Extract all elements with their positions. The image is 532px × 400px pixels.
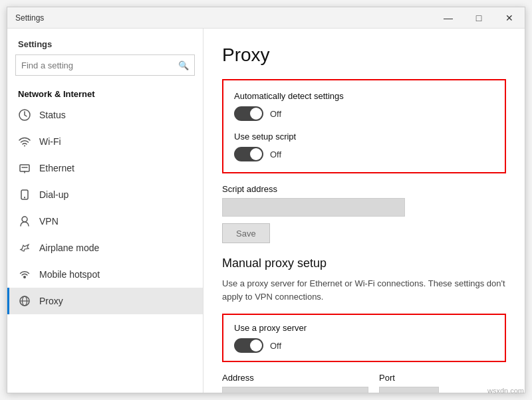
use-proxy-label: Use a proxy server [234, 323, 494, 333]
sidebar-item-dialup[interactable]: Dial-up [7, 181, 203, 208]
sidebar-item-vpn-label: VPN [39, 216, 59, 227]
page-title: Proxy [222, 45, 506, 66]
hotspot-icon [18, 268, 31, 281]
save-button[interactable]: Save [222, 223, 270, 243]
use-proxy-toggle-row: Off [234, 338, 494, 353]
setup-script-toggle-row: Off [234, 147, 494, 161]
airplane-icon [18, 241, 31, 254]
close-button[interactable]: ✕ [494, 7, 525, 29]
settings-window: Settings — □ ✕ Settings 🔍 Network & Inte… [7, 7, 525, 393]
auto-proxy-section: Automatically detect settings Off Use se… [222, 79, 506, 173]
manual-proxy-title: Manual proxy setup [222, 256, 506, 270]
status-icon [18, 108, 31, 122]
sidebar-header: Settings [7, 29, 203, 54]
auto-detect-toggle[interactable] [234, 106, 263, 121]
dialup-icon [18, 188, 31, 201]
maximize-button[interactable]: □ [464, 7, 494, 29]
address-input[interactable] [222, 387, 368, 393]
svg-point-1 [24, 146, 25, 147]
sidebar-item-ethernet-label: Ethernet [39, 163, 74, 173]
script-address-label: Script address [222, 184, 506, 194]
manual-proxy-description: Use a proxy server for Ethernet or Wi-Fi… [222, 277, 506, 303]
wifi-icon [18, 135, 31, 148]
sidebar-item-airplane[interactable]: Airplane mode [7, 235, 203, 261]
use-proxy-toggle-label: Off [270, 341, 281, 351]
script-address-input[interactable] [222, 198, 405, 217]
use-proxy-toggle[interactable] [234, 338, 263, 353]
use-proxy-section: Use a proxy server Off [222, 314, 506, 362]
ethernet-icon [18, 161, 31, 175]
address-label: Address [222, 373, 368, 383]
sidebar-item-status-label: Status [39, 110, 66, 120]
sidebar-item-airplane-label: Airplane mode [39, 243, 99, 253]
setup-script-toggle-label: Off [270, 150, 281, 159]
sidebar-item-hotspot-label: Mobile hotspot [39, 269, 100, 280]
sidebar-item-vpn[interactable]: VPN [7, 208, 203, 235]
sidebar-item-ethernet[interactable]: Ethernet [7, 155, 203, 181]
sidebar-item-dialup-label: Dial-up [39, 189, 68, 200]
setup-script-toggle[interactable] [234, 147, 263, 161]
address-field: Address [222, 373, 368, 393]
content-area: Settings 🔍 Network & Internet Status Wi-… [7, 29, 525, 393]
window-title: Settings [15, 13, 44, 23]
port-label: Port [379, 373, 439, 383]
sidebar: Settings 🔍 Network & Internet Status Wi-… [7, 29, 203, 393]
address-port-row: Address Port [222, 373, 506, 393]
setup-script-label: Use setup script [234, 132, 494, 142]
sidebar-item-proxy[interactable]: Proxy [7, 288, 203, 314]
minimize-button[interactable]: — [433, 7, 464, 29]
sidebar-item-wifi[interactable]: Wi-Fi [7, 128, 203, 155]
vpn-icon [18, 215, 31, 228]
svg-rect-2 [20, 165, 29, 171]
sidebar-item-status[interactable]: Status [7, 102, 203, 128]
port-field: Port [379, 373, 439, 393]
proxy-icon [18, 294, 31, 308]
auto-detect-label: Automatically detect settings [234, 91, 494, 101]
auto-detect-toggle-row: Off [234, 106, 494, 121]
title-bar: Settings — □ ✕ [7, 7, 525, 29]
sidebar-item-wifi-label: Wi-Fi [39, 136, 61, 147]
search-box[interactable]: 🔍 [15, 54, 195, 76]
watermark: wsxdn.com [487, 387, 524, 395]
svg-point-5 [23, 276, 26, 278]
search-icon: 🔍 [178, 60, 189, 70]
main-content: Proxy Automatically detect settings Off … [203, 29, 525, 393]
sidebar-item-proxy-label: Proxy [39, 296, 63, 306]
auto-detect-toggle-label: Off [270, 109, 281, 119]
window-controls: — □ ✕ [433, 7, 525, 28]
search-input[interactable] [21, 60, 178, 70]
sidebar-item-hotspot[interactable]: Mobile hotspot [7, 261, 203, 288]
section-label: Network & Internet [7, 84, 203, 102]
port-input[interactable] [379, 387, 439, 393]
